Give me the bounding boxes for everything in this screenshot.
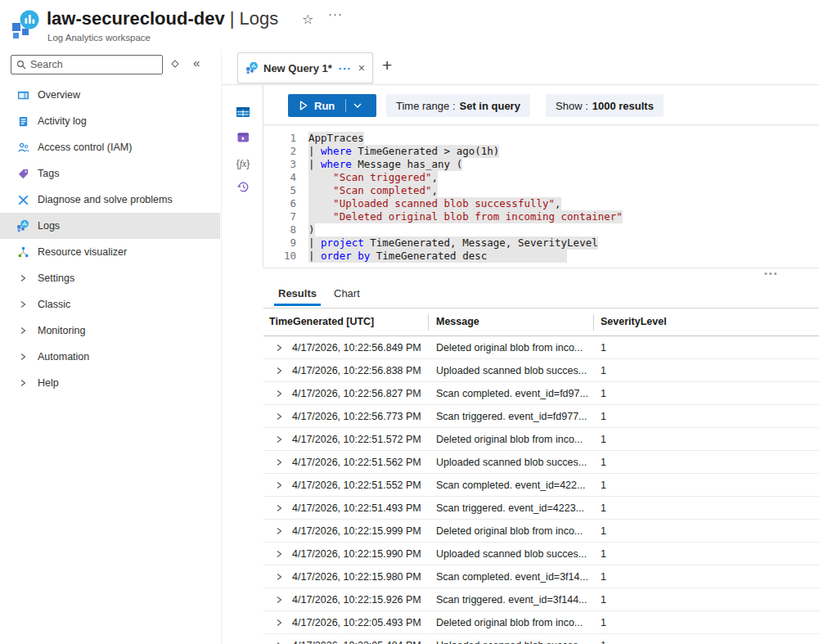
line-number: 6 — [263, 197, 296, 210]
row-expand-chevron-icon[interactable] — [275, 573, 283, 581]
query-tab[interactable]: New Query 1* ··· × — [237, 52, 373, 83]
code-line[interactable]: 7 "Deleted original blob from incoming c… — [263, 210, 819, 223]
sidebar-item-access-control-iam[interactable]: Access control (IAM) — [0, 134, 220, 160]
pin-diamond-icon[interactable] — [170, 59, 180, 69]
code-line[interactable]: 6 "Uploaded scanned blob successfully", — [263, 197, 819, 210]
code-line[interactable]: 8) — [263, 223, 819, 236]
collapse-sidebar-icon[interactable]: « — [193, 56, 200, 70]
row-expand-chevron-icon[interactable] — [275, 596, 283, 604]
line-number: 5 — [263, 184, 296, 197]
cell-message: Deleted original blob from inco... — [436, 525, 583, 537]
column-header-message[interactable]: Message — [436, 316, 479, 327]
sidebar-item-tags[interactable]: Tags — [0, 160, 220, 187]
code-line[interactable]: 2| where TimeGenerated > ago(1h) — [263, 145, 819, 158]
query-editor[interactable]: 1AppTraces2| where TimeGenerated > ago(1… — [263, 125, 819, 268]
search-input[interactable] — [30, 59, 157, 70]
resource-type-label: Log Analytics workspace — [47, 33, 151, 43]
code-line[interactable]: 10| order by TimeGenerated desc — [263, 250, 819, 263]
column-header-time-generated[interactable]: TimeGenerated [UTC] — [269, 316, 374, 327]
resource-visualizer-icon — [16, 245, 29, 259]
sidebar-item-monitoring[interactable]: Monitoring — [0, 317, 220, 344]
show-results-picker[interactable]: Show : 1000 results — [546, 94, 664, 117]
run-split-divider — [345, 99, 346, 112]
line-number: 2 — [263, 145, 296, 158]
cell-message: Uploaded scanned blob succes... — [436, 365, 587, 376]
sidebar-item-activity-log[interactable]: Activity log — [0, 108, 220, 134]
query-history-icon[interactable] — [234, 178, 252, 196]
row-expand-chevron-icon[interactable] — [275, 527, 283, 535]
table-row[interactable]: 4/17/2026, 10:22:51.562 PMUploaded scann… — [263, 451, 819, 474]
table-row[interactable]: 4/17/2026, 10:22:05.493 PMDeleted origin… — [263, 611, 819, 634]
row-expand-chevron-icon[interactable] — [275, 344, 283, 352]
show-label: Show : — [556, 100, 588, 112]
table-row[interactable]: 4/17/2026, 10:22:51.493 PMScan triggered… — [263, 497, 819, 520]
code-text: AppTraces — [308, 132, 364, 145]
code-line[interactable]: 4 "Scan triggered", — [263, 171, 819, 184]
cell-message: Scan completed. event_id=fd97... — [436, 388, 588, 399]
sidebar-item-automation[interactable]: Automation — [0, 344, 220, 370]
sidebar-item-overview[interactable]: Overview — [0, 82, 220, 108]
column-divider[interactable] — [593, 314, 594, 331]
example-queries-icon[interactable] — [234, 128, 252, 146]
table-row[interactable]: 4/17/2026, 10:22:56.849 PMDeleted origin… — [263, 336, 819, 359]
tab-results[interactable]: Results — [278, 287, 317, 299]
sidebar-item-diagnose-and-solve-problems[interactable]: Diagnose and solve problems — [0, 187, 220, 213]
resize-handle-icon[interactable]: ••• — [764, 268, 779, 278]
column-divider[interactable] — [428, 314, 429, 331]
cell-time-generated: 4/17/2026, 10:22:56.838 PM — [292, 365, 421, 376]
page-more-ellipsis-icon[interactable]: ··· — [328, 7, 343, 20]
sidebar-item-label: Logs — [38, 220, 60, 232]
sidebar-item-label: Help — [38, 377, 59, 389]
query-toolbar: Run Time range : Set in query Show : 100… — [263, 85, 819, 125]
row-expand-chevron-icon[interactable] — [275, 550, 283, 558]
table-row[interactable]: 4/17/2026, 10:22:56.827 PMScan completed… — [263, 382, 819, 405]
editor-icon-strip: {fx} — [222, 85, 263, 268]
row-expand-chevron-icon[interactable] — [275, 504, 283, 512]
cell-message: Scan completed. event_id=422... — [436, 480, 585, 491]
functions-icon[interactable]: {fx} — [234, 155, 252, 173]
column-header-severity-level[interactable]: SeverityLevel — [601, 316, 667, 327]
tables-pane-icon[interactable] — [234, 103, 252, 121]
sidebar-item-logs[interactable]: Logs — [0, 213, 220, 239]
table-row[interactable]: 4/17/2026, 10:22:56.838 PMUploaded scann… — [263, 359, 819, 382]
sidebar-item-settings[interactable]: Settings — [0, 265, 220, 291]
sidebar-search-box[interactable] — [11, 55, 163, 74]
table-row[interactable]: 4/17/2026, 10:22:15.980 PMScan completed… — [263, 565, 819, 588]
sidebar-item-classic[interactable]: Classic — [0, 291, 220, 317]
code-line[interactable]: 5 "Scan completed", — [263, 184, 819, 197]
table-row[interactable]: 4/17/2026, 10:22:05.484 PMUploaded scann… — [263, 634, 819, 644]
cell-severity: 1 — [601, 502, 606, 514]
query-tab-bar: New Query 1* ··· × + — [222, 49, 819, 84]
code-line[interactable]: 9| project TimeGenerated, Message, Sever… — [263, 236, 819, 250]
table-row[interactable]: 4/17/2026, 10:22:15.999 PMDeleted origin… — [263, 520, 819, 543]
table-row[interactable]: 4/17/2026, 10:22:15.990 PMUploaded scann… — [263, 543, 819, 565]
table-row[interactable]: 4/17/2026, 10:22:15.926 PMScan triggered… — [263, 588, 819, 611]
row-expand-chevron-icon[interactable] — [275, 367, 283, 375]
code-line[interactable]: 1AppTraces — [263, 132, 819, 145]
new-tab-button[interactable]: + — [382, 56, 392, 75]
results-table-body: 4/17/2026, 10:22:56.849 PMDeleted origin… — [263, 336, 819, 644]
code-line[interactable]: 3| where Message has_any ( — [263, 158, 819, 171]
sidebar-item-help[interactable]: Help — [0, 370, 220, 396]
run-button[interactable]: Run — [288, 94, 376, 117]
table-row[interactable]: 4/17/2026, 10:22:51.572 PMDeleted origin… — [263, 428, 819, 451]
row-expand-chevron-icon[interactable] — [275, 458, 283, 466]
sidebar-item-label: Diagnose and solve problems — [38, 194, 173, 205]
time-range-picker[interactable]: Time range : Set in query — [386, 94, 530, 117]
favorite-star-icon[interactable]: ☆ — [302, 11, 313, 27]
row-expand-chevron-icon[interactable] — [275, 412, 283, 421]
query-tab-close-icon[interactable]: × — [358, 61, 365, 74]
sidebar-item-label: Overview — [38, 89, 80, 101]
row-expand-chevron-icon[interactable] — [275, 619, 283, 627]
run-dropdown-chevron-icon[interactable] — [353, 103, 362, 108]
page-title: law-securecloud-dev | Logs — [47, 8, 278, 29]
sidebar-item-resource-visualizer[interactable]: Resource visualizer — [0, 239, 220, 265]
table-row[interactable]: 4/17/2026, 10:22:51.552 PMScan completed… — [263, 474, 819, 497]
query-tab-more-icon[interactable]: ··· — [339, 62, 352, 74]
row-expand-chevron-icon[interactable] — [275, 390, 283, 398]
table-row[interactable]: 4/17/2026, 10:22:56.773 PMScan triggered… — [263, 405, 819, 428]
row-expand-chevron-icon[interactable] — [275, 481, 283, 489]
tab-chart[interactable]: Chart — [334, 287, 360, 299]
overview-icon — [16, 88, 29, 101]
row-expand-chevron-icon[interactable] — [275, 435, 283, 444]
